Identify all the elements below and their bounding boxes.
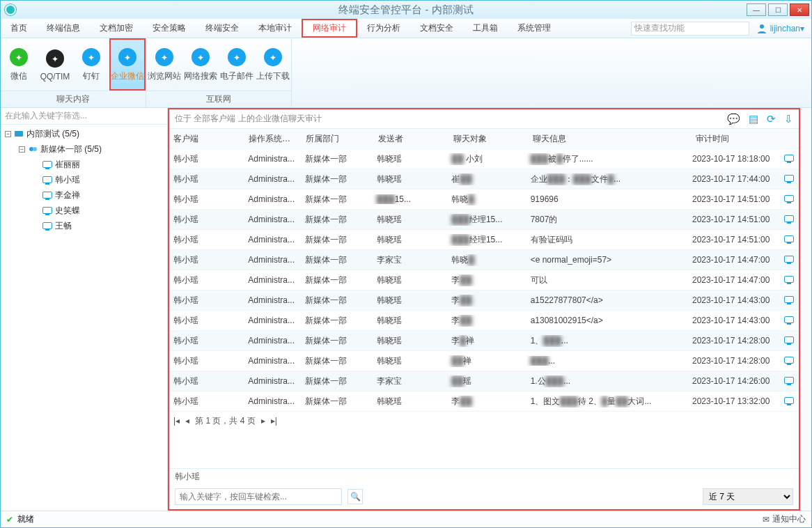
menu-安全策略[interactable]: 安全策略 — [143, 19, 196, 38]
table-row[interactable]: 韩小瑶Administra...新媒体一部韩晓瑶███经理15...7807的2… — [169, 210, 799, 230]
table-row[interactable]: 韩小瑶Administra...新媒体一部韩晓瑶李█禅1、███...2023-… — [169, 331, 799, 351]
chat-icon[interactable]: 💬 — [727, 113, 740, 125]
detail-search[interactable] — [175, 488, 342, 505]
svg-text:✦: ✦ — [52, 54, 58, 64]
ribbon-email[interactable]: ✦电子邮件 — [219, 38, 255, 91]
menu-文档安全[interactable]: 文档安全 — [410, 19, 463, 38]
monitor-icon[interactable] — [779, 215, 799, 224]
ribbon-updown[interactable]: ✦上传下载 — [255, 38, 291, 91]
table-row[interactable]: 韩小瑶Administra...新媒体一部韩晓瑶李██可以2023-10-17 … — [169, 270, 799, 290]
user-icon — [756, 23, 767, 34]
ribbon-wechat[interactable]: ✦微信 — [1, 38, 37, 91]
monitor-icon[interactable] — [779, 356, 799, 366]
qq-icon: ✦ — [45, 48, 65, 69]
detail-name: 韩小瑶 — [169, 469, 799, 484]
table-row[interactable]: 韩小瑶Administra...新媒体一部韩晓瑶███经理15...有验证码吗2… — [169, 230, 799, 250]
pager-last[interactable]: ▸| — [271, 416, 277, 426]
search-button[interactable]: 🔍 — [348, 489, 363, 504]
refresh-icon[interactable]: ⟳ — [767, 113, 776, 125]
list-icon[interactable]: ▤ — [749, 113, 758, 125]
menu-首页[interactable]: 首页 — [1, 19, 37, 38]
svg-point-0 — [760, 24, 764, 29]
table-row[interactable]: 韩小瑶Administra...新媒体一部李家宝██瑶1.公███...2023… — [169, 371, 799, 391]
tree-leaf[interactable]: 崔丽丽 — [1, 157, 167, 172]
quick-search[interactable]: 快速查找功能 — [631, 22, 749, 36]
table-row[interactable]: 韩小瑶Administra...新媒体一部韩晓瑶李██a13081002915<… — [169, 311, 799, 331]
pager-next[interactable]: ▸ — [261, 416, 265, 426]
menu-本地审计[interactable]: 本地审计 — [249, 19, 302, 38]
ribbon-browse[interactable]: ✦浏览网站 — [146, 38, 182, 91]
pager-prev[interactable]: ◂ — [185, 416, 189, 426]
tree-group-label: 新媒体一部 (5/5) — [40, 143, 102, 155]
monitor-icon[interactable] — [779, 154, 799, 164]
table-row[interactable]: 韩小瑶Administra...新媒体一部韩晓瑶李██a15227877807<… — [169, 290, 799, 311]
ribbon-dingding[interactable]: ✦钉钉 — [73, 38, 109, 91]
notification-center[interactable]: ✉ 通知中心 — [763, 513, 806, 525]
collapse-icon[interactable]: − — [19, 146, 25, 153]
menu-行为分析[interactable]: 行为分析 — [357, 19, 410, 38]
table-row[interactable]: 韩小瑶Administra...新媒体一部韩晓瑶李██1、图文███待 2、█量… — [169, 391, 799, 412]
table-row[interactable]: 韩小瑶Administra...新媒体一部韩晓瑶██禅███...2023-10… — [169, 351, 799, 371]
content: 位于 全部客户端 上的企业微信聊天审计 💬 ▤ ⟳ ⇩ 客户端操作系统账户所属部… — [168, 108, 800, 511]
tree-root[interactable]: − 内部测试 (5/5) — [1, 126, 167, 141]
col-1[interactable]: 操作系统账户 — [244, 133, 302, 145]
col-2[interactable]: 所属部门 — [302, 133, 374, 145]
col-6[interactable]: 审计时间 — [692, 133, 783, 145]
svg-point-19 — [33, 147, 37, 151]
tree-leaf[interactable]: 史笑蝶 — [1, 203, 167, 218]
dingding-icon: ✦ — [81, 47, 102, 68]
monitor-icon[interactable] — [779, 235, 799, 244]
menu-文档加密[interactable]: 文档加密 — [90, 19, 143, 38]
check-icon: ✔ — [6, 515, 13, 525]
sidebar: 在此输入关键字筛选... − 内部测试 (5/5) − 新媒体一部 (5/5) … — [1, 108, 168, 511]
menu-网络审计[interactable]: 网络审计 — [302, 19, 357, 38]
monitor-icon[interactable] — [779, 255, 799, 265]
collapse-icon[interactable]: − — [5, 131, 11, 137]
col-0[interactable]: 客户端 — [169, 133, 244, 145]
monitor-icon[interactable] — [779, 275, 799, 285]
pager-first[interactable]: |◂ — [173, 416, 180, 426]
col-4[interactable]: 聊天对象 — [449, 133, 529, 145]
svg-text:✦: ✦ — [15, 53, 22, 63]
right-strip[interactable] — [800, 108, 811, 511]
window-title: 终端安全管控平台 - 内部测试 — [338, 3, 473, 17]
user-menu[interactable]: lijinchan ▾ — [756, 23, 804, 34]
titlebar: 终端安全管控平台 - 内部测试 — ☐ ✕ — [1, 1, 811, 19]
table-row[interactable]: 韩小瑶Administra...新媒体一部███15...韩晓█91969620… — [169, 189, 799, 210]
table-row[interactable]: 韩小瑶Administra...新媒体一部韩晓瑶崔██企业███：███文件█.… — [169, 169, 799, 189]
websearch-icon: ✦ — [190, 47, 211, 68]
tree-group[interactable]: − 新媒体一部 (5/5) — [1, 141, 167, 157]
monitor-icon[interactable] — [779, 194, 799, 204]
ribbon-wecom[interactable]: ✦企业微信 — [109, 38, 146, 91]
wechat-icon: ✦ — [8, 47, 29, 68]
monitor-icon[interactable] — [779, 316, 799, 325]
col-5[interactable]: 聊天信息 — [529, 133, 692, 145]
tree-leaf[interactable]: 李金禅 — [1, 187, 167, 203]
table-row[interactable]: 韩小瑶Administra...新媒体一部韩晓瑶██ 小刘███被█停了....… — [169, 149, 799, 169]
menu-系统管理[interactable]: 系统管理 — [508, 19, 561, 38]
maximize-button[interactable]: ☐ — [768, 3, 788, 16]
grid: 客户端操作系统账户所属部门发送者聊天对象聊天信息审计时间 韩小瑶Administ… — [169, 129, 799, 468]
ribbon-qq[interactable]: ✦QQ/TIM — [37, 38, 73, 91]
svg-text:✦: ✦ — [233, 53, 240, 63]
monitor-icon[interactable] — [779, 376, 799, 386]
monitor-icon[interactable] — [779, 396, 799, 406]
monitor-icon[interactable] — [779, 336, 799, 345]
menu-工具箱[interactable]: 工具箱 — [463, 19, 508, 38]
ribbon-websearch[interactable]: ✦网络搜索 — [182, 38, 219, 91]
minimize-button[interactable]: — — [747, 3, 766, 16]
monitor-icon[interactable] — [779, 295, 799, 305]
close-button[interactable]: ✕ — [790, 3, 809, 16]
range-select[interactable]: 近 7 天 — [703, 488, 793, 505]
col-3[interactable]: 发送者 — [374, 133, 449, 145]
sidebar-filter[interactable]: 在此输入关键字筛选... — [1, 108, 167, 125]
menu-终端安全[interactable]: 终端安全 — [196, 19, 249, 38]
pc-icon — [42, 222, 52, 229]
monitor-icon[interactable] — [779, 174, 799, 184]
menu-终端信息[interactable]: 终端信息 — [37, 19, 90, 38]
svg-text:✦: ✦ — [161, 53, 168, 63]
table-row[interactable]: 韩小瑶Administra...新媒体一部李家宝韩晓█<e normal_emo… — [169, 250, 799, 270]
tree-leaf[interactable]: 韩小瑶 — [1, 172, 167, 187]
tree-leaf[interactable]: 王畅 — [1, 218, 167, 233]
export-icon[interactable]: ⇩ — [784, 113, 793, 125]
